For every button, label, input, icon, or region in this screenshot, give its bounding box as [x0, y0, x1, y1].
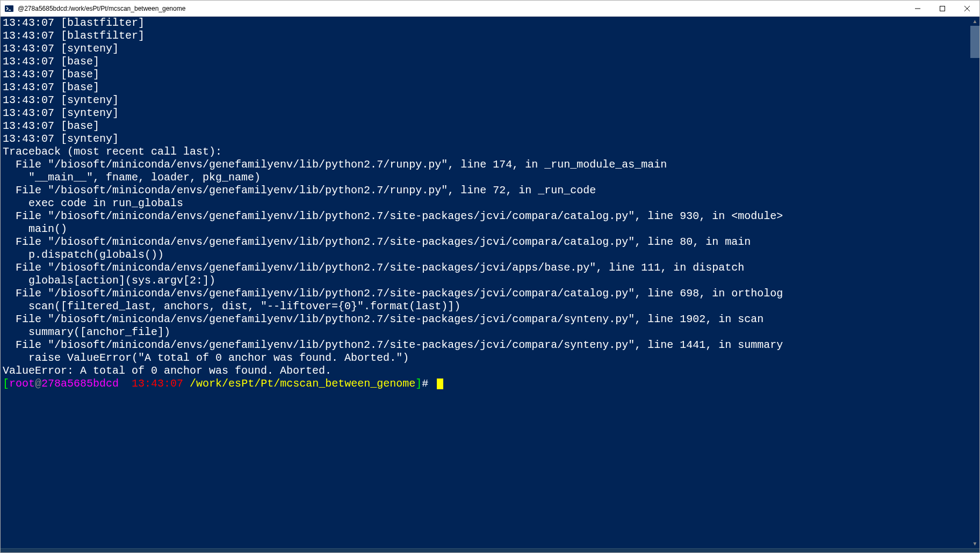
window-controls — [905, 1, 979, 17]
svg-rect-0 — [5, 5, 13, 12]
prompt-at: @ — [35, 377, 41, 390]
output-line: 13:43:07 [synteny] — [3, 42, 119, 55]
output-line: 13:43:07 [synteny] — [3, 94, 119, 106]
output-line: File "/biosoft/miniconda/envs/genefamily… — [3, 287, 783, 300]
output-line: "__main__", fname, loader, pkg_name) — [3, 171, 261, 184]
terminal-window: @278a5685bdcd:/work/esPt/Pt/mcscan_betwe… — [0, 0, 980, 553]
scrollbar-track[interactable] — [970, 26, 979, 539]
output-line: File "/biosoft/miniconda/envs/genefamily… — [3, 158, 667, 171]
output-line: main() — [3, 223, 67, 235]
output-line: Traceback (most recent call last): — [3, 145, 222, 158]
maximize-button[interactable] — [930, 1, 955, 17]
terminal-output[interactable]: 13:43:07 [blastfilter] 13:43:07 [blastfi… — [1, 17, 979, 548]
cursor — [437, 379, 443, 389]
output-line: File "/biosoft/miniconda/envs/genefamily… — [3, 313, 763, 325]
prompt-path: /work/esPt/Pt/mcscan_between_genome — [190, 377, 415, 390]
scrollbar[interactable]: ▲ ▼ — [970, 17, 979, 548]
output-line: ValueError: A total of 0 anchor was foun… — [3, 365, 332, 377]
output-line: scan([filtered_last, anchors, dist, "--l… — [3, 300, 460, 312]
output-line: 13:43:07 [base] — [3, 120, 99, 132]
minimize-button[interactable] — [905, 1, 930, 17]
output-line: raise ValueError("A total of 0 anchor wa… — [3, 352, 409, 364]
terminal-container: 13:43:07 [blastfilter] 13:43:07 [blastfi… — [1, 17, 979, 548]
output-line: 13:43:07 [synteny] — [3, 107, 119, 119]
output-line: File "/biosoft/miniconda/envs/genefamily… — [3, 184, 596, 197]
output-line: 13:43:07 [base] — [3, 55, 99, 68]
output-line: File "/biosoft/miniconda/envs/genefamily… — [3, 339, 783, 351]
prompt-bracket-open: [ — [3, 377, 9, 390]
output-line: p.dispatch(globals()) — [3, 249, 164, 261]
output-line: 13:43:07 [synteny] — [3, 133, 119, 145]
prompt-symbol: # — [422, 377, 435, 390]
output-line: 13:43:07 [base] — [3, 68, 99, 81]
svg-rect-3 — [940, 6, 945, 11]
output-line: File "/biosoft/miniconda/envs/genefamily… — [3, 236, 751, 248]
scrollbar-thumb[interactable] — [970, 26, 979, 58]
close-button[interactable] — [955, 1, 979, 17]
output-line: exec code in run_globals — [3, 197, 183, 209]
output-line: 13:43:07 [blastfilter] — [3, 30, 145, 42]
prompt-time: 13:43:07 — [119, 377, 190, 390]
powershell-icon — [5, 4, 13, 13]
scrollbar-up-arrow[interactable]: ▲ — [970, 17, 979, 26]
prompt-user: root — [9, 377, 35, 390]
prompt-bracket-close: ] — [415, 377, 422, 390]
output-line: 13:43:07 [base] — [3, 81, 99, 93]
taskbar-edge — [1, 548, 979, 552]
output-line: File "/biosoft/miniconda/envs/genefamily… — [3, 210, 783, 222]
output-line: summary([anchor_file]) — [3, 326, 170, 338]
output-line: globals[action](sys.argv[2:]) — [3, 274, 215, 287]
prompt-host: 278a5685bdcd — [41, 377, 119, 390]
output-line: 13:43:07 [blastfilter] — [3, 17, 145, 29]
titlebar[interactable]: @278a5685bdcd:/work/esPt/Pt/mcscan_betwe… — [1, 1, 979, 17]
scrollbar-down-arrow[interactable]: ▼ — [970, 539, 979, 548]
window-title: @278a5685bdcd:/work/esPt/Pt/mcscan_betwe… — [18, 5, 905, 12]
output-line: File "/biosoft/miniconda/envs/genefamily… — [3, 261, 744, 274]
